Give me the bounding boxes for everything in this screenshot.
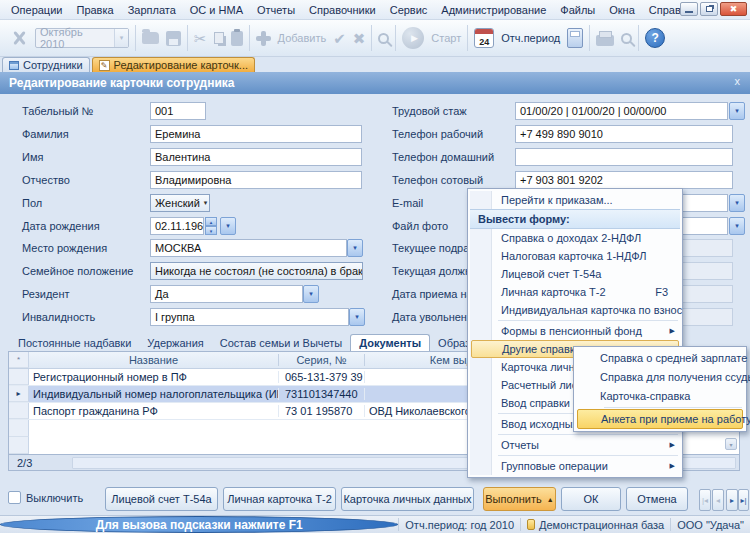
menubar-item-operations[interactable]: Операции (4, 2, 69, 18)
tab-employees[interactable]: Сотрудники (2, 57, 90, 72)
print-icon[interactable] (596, 35, 614, 46)
email-combo-button[interactable]: ▾ (729, 194, 745, 212)
minimize-button[interactable] (680, 2, 698, 16)
tab-allowances[interactable]: Постоянные надбавки (10, 335, 139, 351)
settings-tools-icon[interactable] (10, 29, 28, 47)
menu-item-account-t54a[interactable]: Лицевой счет Т-54а (468, 265, 682, 283)
mobile-phone-field[interactable]: +7 903 801 9202 (515, 171, 733, 189)
seniority-field[interactable]: 01/00/20 | 01/00/20 | 00/00/00 (515, 102, 728, 120)
personal-data-card-button[interactable]: Карточка личных данных (341, 487, 474, 511)
cancel-button[interactable]: Отмена (626, 487, 688, 511)
resident-field[interactable]: Да (150, 285, 303, 303)
start-icon[interactable]: ▶ (402, 27, 424, 49)
field-label: Отчество (22, 171, 70, 189)
menubar-item-edit[interactable]: Правка (69, 2, 120, 18)
report-period-calendar-icon[interactable]: 24 (474, 28, 494, 48)
menubar-item-directories[interactable]: Справочники (302, 2, 383, 18)
search-icon[interactable] (378, 33, 389, 44)
menu-item-2ndfl[interactable]: Справка о доходах 2-НДФЛ (468, 229, 682, 247)
field-label: Телефон домашний (392, 148, 494, 166)
menubar-item-administration[interactable]: Администрирование (434, 2, 553, 18)
scrollbar-down-icon[interactable]: ▾ (725, 438, 737, 450)
close-button[interactable]: ✖ (720, 2, 747, 16)
column-header-name[interactable]: Название (29, 354, 279, 366)
disable-checkbox[interactable]: Выключить (8, 491, 83, 504)
period-combobox[interactable]: Октябрь 2010 ▾ (35, 28, 129, 48)
menu-item-pension-forms[interactable]: Формы в пенсионный фонд ▶ (468, 322, 682, 340)
nav-prev-button[interactable]: ◂ (712, 489, 724, 511)
database-label: Демонстрационная база (539, 519, 664, 531)
tab-deductions[interactable]: Удержания (139, 335, 211, 351)
checkbox-icon[interactable] (8, 491, 21, 504)
menubar-item-salary[interactable]: Зарплата (121, 2, 183, 18)
tab-family[interactable]: Состав семьи и Вычеты (212, 335, 350, 351)
personal-card-t2-button[interactable]: Личная карточка Т-2 (223, 487, 336, 511)
disability-combo-button[interactable]: ▾ (349, 308, 365, 326)
menu-item-goto-orders[interactable]: Перейти к приказам... (468, 191, 682, 209)
name-field[interactable]: Валентина (150, 148, 362, 166)
open-icon[interactable] (142, 32, 159, 44)
gender-dropdown[interactable]: Женский ▾ (150, 194, 210, 212)
menubar-item-service[interactable]: Сервис (383, 2, 435, 18)
tab-documents[interactable]: Документы (350, 334, 430, 351)
cut-icon[interactable]: ✂ (194, 31, 207, 46)
pencil-icon: ✎ (99, 60, 110, 71)
menu-item-reports[interactable]: Отчеты ▶ (468, 436, 682, 454)
seniority-combo-button[interactable]: ▾ (729, 102, 745, 120)
help-icon[interactable]: ? (645, 28, 665, 48)
cancel-icon[interactable]: ✖ (353, 31, 366, 46)
birthdate-field[interactable]: 02.11.1961 (150, 217, 204, 235)
menubar-item-windows[interactable]: Окна (602, 2, 642, 18)
cell-name: Индивидуальный номер налогоплательщика (… (29, 388, 279, 400)
ok-button[interactable]: ОК (561, 487, 621, 511)
preview-icon[interactable] (621, 33, 632, 44)
personal-account-button[interactable]: Лицевой счет Т-54а (105, 487, 218, 511)
restore-button[interactable] (700, 2, 718, 16)
submenu-item-loan-certificate[interactable]: Справка для получения ссуды (574, 368, 746, 387)
field-label: Дата увольнения (392, 308, 479, 326)
nav-next-button[interactable]: ▸ (726, 489, 738, 511)
copy-icon[interactable] (214, 32, 224, 44)
birthplace-field[interactable]: МОСКВА (150, 239, 347, 257)
work-phone-field[interactable]: +7 499 890 9010 (515, 125, 733, 143)
spin-down-icon[interactable]: ▾ (205, 226, 217, 235)
menu-item-label: Формы в пенсионный фонд (501, 325, 642, 337)
birthdate-calendar-button[interactable]: ▾ (220, 217, 236, 235)
photo-combo-button[interactable]: ▾ (729, 217, 745, 235)
submenu-item-average-salary[interactable]: Справка о средней зарплате (574, 349, 746, 368)
employee-number-field[interactable]: 001 (150, 102, 206, 120)
column-header-serial[interactable]: Серия, № (279, 354, 365, 366)
menu-item-individual-card[interactable]: Индивидуальная карточка по взносам (468, 301, 682, 319)
submenu-item-card-certificate[interactable]: Карточка-справка (574, 387, 746, 406)
birthplace-combo-button[interactable]: ▾ (347, 239, 363, 257)
save-icon[interactable] (166, 31, 181, 46)
patronymic-field[interactable]: Владимировна (150, 171, 362, 189)
disability-field[interactable]: I группа (150, 308, 349, 326)
nav-first-button[interactable]: |◂ (699, 489, 711, 511)
field-label: Трудовой стаж (392, 102, 467, 120)
menubar-item-reports[interactable]: Отчеты (250, 2, 302, 18)
menu-item-label: Отчеты (501, 439, 539, 451)
start-button-label: Старт (431, 32, 461, 44)
menubar-item-files[interactable]: Файлы (553, 2, 602, 18)
menu-item-1ndfl[interactable]: Налоговая карточка 1-НДФЛ (468, 247, 682, 265)
tab-edit-card[interactable]: ✎ Редактирование карточк... (92, 57, 255, 72)
menu-item-label: Другие справки (502, 343, 581, 355)
paste-icon[interactable] (231, 31, 243, 46)
execute-button[interactable]: Выполнить ▲ (483, 487, 556, 511)
dialog-close-icon[interactable]: x (735, 75, 741, 87)
menu-item-group-operations[interactable]: Групповые операции ▶ (468, 457, 682, 475)
submenu-item-hiring-questionnaire[interactable]: Анкета при приеме на работу (577, 409, 743, 429)
menubar-item-assets[interactable]: ОС и НМА (183, 2, 250, 18)
surname-field[interactable]: Еремина (150, 125, 362, 143)
menu-item-card-t2[interactable]: Личная карточка Т-2 F3 (468, 283, 682, 301)
resident-combo-button[interactable]: ▾ (303, 285, 319, 303)
confirm-icon[interactable]: ✔ (333, 31, 346, 46)
birthdate-spinner[interactable]: ▴ ▾ (205, 217, 217, 235)
nav-last-button[interactable]: ▸| (738, 489, 749, 511)
marital-status-dropdown[interactable]: Никогда не состоял (не состояла) в браке… (150, 262, 363, 280)
calculator-icon[interactable] (567, 28, 583, 48)
spin-up-icon[interactable]: ▴ (205, 217, 217, 226)
home-phone-field[interactable] (515, 148, 733, 166)
add-icon[interactable] (256, 31, 271, 46)
